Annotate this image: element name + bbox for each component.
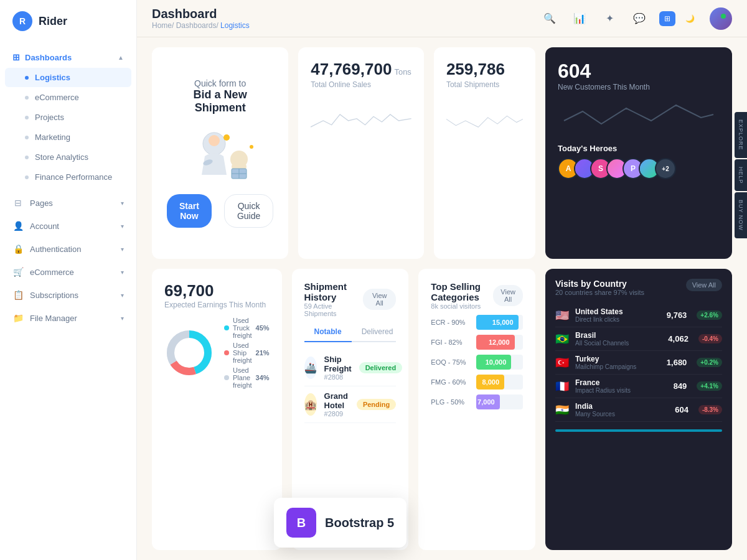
sidebar-item-authentication[interactable]: 🔒 Authentication ▾	[0, 238, 136, 260]
visits-subtitle: 20 countries share 97% visits	[555, 289, 644, 296]
breadcrumb-current: Logistics	[220, 21, 250, 30]
sidebar-item-store-analytics[interactable]: Store Analytics	[5, 147, 131, 167]
country-item-in: 🇮🇳 India Many Sources 604 -8.3%	[555, 398, 722, 422]
sidebar-item-file-manager[interactable]: 📁 File Manager ▾	[0, 307, 136, 329]
logo-icon: R	[12, 11, 32, 31]
shipment-tabs: Notable Delivered Shipping	[304, 322, 397, 342]
chevron-up-icon: ▲	[118, 54, 124, 61]
in-flag: 🇮🇳	[555, 403, 569, 417]
tab-shipping[interactable]: Shipping	[403, 322, 408, 342]
grid-view-icon[interactable]: ⊞	[659, 11, 675, 26]
ship-freight-icon: 🚢	[304, 357, 317, 379]
shipment-history-view-all[interactable]: View All	[363, 289, 396, 310]
sidebar-item-projects[interactable]: Projects	[5, 108, 131, 127]
bar-fill: 15,000	[476, 315, 518, 330]
chat-icon[interactable]: 💬	[629, 9, 649, 29]
view-toggle[interactable]: ⊞ 🌙	[659, 11, 700, 26]
country-change: +0.2%	[697, 358, 722, 367]
dashboards-section[interactable]: ⊞ Dashboards ▲	[0, 47, 136, 67]
sidebar-item-label: Store Analytics	[35, 152, 88, 162]
bar-item-plg: PLG - 50% 7,000	[431, 394, 523, 409]
tab-notable[interactable]: Notable	[304, 322, 352, 342]
help-label[interactable]: Help	[735, 159, 747, 192]
bar-track: 12,000	[476, 335, 523, 350]
quick-form-title: Bid a New Shipment	[167, 88, 273, 114]
total-shipments-card: 259,786 Total Shipments	[434, 47, 535, 259]
account-icon: 👤	[12, 220, 24, 231]
total-sales-unit: Tons	[394, 67, 411, 77]
explore-label[interactable]: Explore	[735, 112, 747, 158]
sales-chart	[311, 99, 411, 149]
svg-point-5	[232, 154, 237, 162]
bar-fill: 10,000	[476, 355, 511, 370]
file-manager-icon: 📁	[12, 312, 24, 324]
dark-mode-icon[interactable]: 🌙	[680, 11, 700, 26]
bar-item-eoq: EOQ - 75% 10,000	[431, 355, 523, 370]
ecommerce-label: eCommerce	[30, 268, 74, 277]
sidebar-logo: R Rider	[0, 0, 136, 42]
country-details: India Many Sources	[575, 402, 615, 418]
sidebar-item-account[interactable]: 👤 Account ▾	[0, 215, 136, 237]
shipment-id: #2809	[324, 410, 349, 418]
subscriptions-label: Subscriptions	[30, 291, 78, 300]
bar-track: 10,000	[476, 355, 523, 370]
tab-delivered[interactable]: Delivered	[352, 322, 403, 342]
start-now-button[interactable]: Start Now	[167, 194, 212, 228]
quick-guide-button[interactable]: Quick Guide	[224, 194, 273, 228]
visits-view-all[interactable]: View All	[686, 279, 722, 291]
shipment-details: Ship Freight #2808	[324, 355, 352, 381]
account-label: Account	[30, 222, 59, 231]
sidebar-item-ecommerce[interactable]: eCommerce	[5, 88, 131, 107]
page-title: Dashboard	[152, 7, 250, 21]
avatar[interactable]	[710, 7, 732, 30]
country-item-br: 🇧🇷 Brasil All Social Channels 4,062 -0.4…	[555, 327, 722, 351]
bar-chart: ECR - 90% 15,000 FGI - 82% 12,000	[431, 315, 523, 409]
sidebar-item-finance-performance[interactable]: Finance Performance	[5, 167, 131, 187]
bar-label: FGI - 82%	[431, 338, 471, 346]
shipment-id: #2808	[324, 373, 352, 381]
sidebar-item-ecommerce-top[interactable]: 🛒 eCommerce ▾	[0, 261, 136, 283]
settings-icon[interactable]: ✦	[599, 9, 619, 29]
sidebar-item-marketing[interactable]: Marketing	[5, 128, 131, 147]
heroes-title: Today's Heroes	[558, 144, 720, 153]
topbar-right: 🔍 📊 ✦ 💬 ⊞ 🌙	[540, 7, 732, 30]
hero-avatars: A S P +2	[558, 158, 720, 179]
customers-line-chart	[558, 99, 720, 133]
nav-dot	[25, 96, 29, 100]
total-shipments-label: Total Shipments	[446, 80, 523, 89]
dashboards-icon-label: ⊞ Dashboards	[12, 52, 72, 62]
sidebar-item-subscriptions[interactable]: 📋 Subscriptions ▾	[0, 284, 136, 306]
sidebar-item-label: eCommerce	[35, 93, 79, 102]
analytics-icon[interactable]: 📊	[570, 9, 590, 29]
bar-fill: 12,000	[476, 335, 514, 350]
br-flag: 🇧🇷	[555, 332, 569, 346]
chevron-down-icon: ▾	[121, 292, 124, 299]
legend-ship: Used Ship freight 21%	[224, 342, 270, 364]
quick-form-buttons: Start Now Quick Guide	[167, 194, 273, 228]
top-selling-header: Top Selling Categories 8k social visitor…	[431, 281, 523, 310]
search-icon[interactable]: 🔍	[540, 9, 560, 29]
shipment-status: Pending	[357, 399, 396, 410]
total-shipments-value: 259,786	[446, 60, 523, 79]
top-selling-view-all[interactable]: View All	[493, 285, 523, 306]
bar-item-ecr: ECR - 90% 15,000	[431, 315, 523, 330]
country-change: -8.3%	[698, 405, 722, 414]
nav-dot	[25, 116, 29, 119]
country-details: France Impact Radius visits	[575, 378, 631, 394]
sidebar-item-pages[interactable]: ⊟ Pages ▾	[0, 192, 136, 214]
plane-dot	[224, 375, 229, 380]
nav-dot	[25, 156, 29, 159]
bar-item-fgi: FGI - 82% 12,000	[431, 335, 523, 350]
donut-chart	[164, 328, 214, 380]
shipment-name: Grand Hotel	[324, 391, 349, 410]
fr-flag: 🇫🇷	[555, 380, 569, 393]
bar-label: PLG - 50%	[431, 398, 471, 406]
sidebar-item-logistics[interactable]: Logistics	[5, 68, 131, 87]
auth-icon: 🔒	[12, 243, 24, 254]
user-avatar-container[interactable]	[710, 7, 732, 30]
chevron-down-icon: ▾	[121, 200, 124, 207]
buy-now-label[interactable]: Buy now	[735, 192, 747, 238]
country-details: United States Direct link clicks	[575, 307, 623, 323]
sidebar-item-label: Marketing	[35, 133, 70, 142]
svg-point-1	[209, 135, 220, 146]
